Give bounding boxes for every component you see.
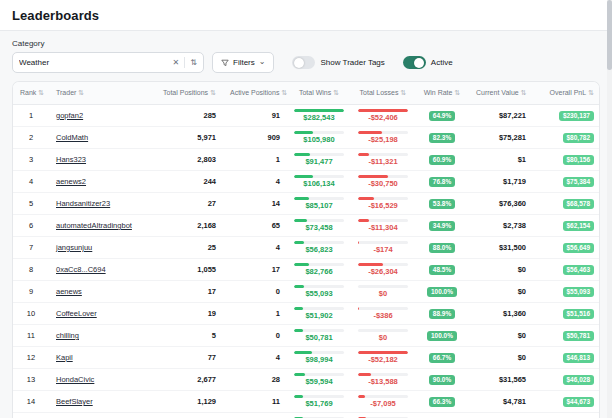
input-divider (184, 57, 185, 68)
rank-cell: 12 (13, 347, 49, 369)
overall-pnl-cell: $80,156 (533, 149, 600, 171)
trader-cell: gopfan2 (49, 105, 149, 127)
current-value-cell: $0 (469, 347, 533, 369)
rank-cell: 15 (13, 413, 49, 418)
total-losses-value: $0 (358, 289, 408, 298)
losses-bar-fill (358, 351, 408, 354)
column-header-active-positions[interactable]: Active Positions⇅ (223, 82, 287, 105)
trader-link[interactable]: gopfan2 (56, 111, 83, 120)
filter-funnel-icon (221, 59, 229, 67)
trader-link[interactable]: BeefSlayer (56, 397, 93, 406)
category-input[interactable] (19, 58, 168, 67)
trader-link[interactable]: chilling (56, 331, 79, 340)
trader-link[interactable]: HondaCivic (56, 375, 94, 384)
win-rate-badge: 64.9% (429, 111, 455, 121)
leaderboard-body: 1 gopfan2 285 91 $282,543 -$52,406 64.9%… (13, 105, 600, 418)
trader-link[interactable]: Handsanitizer23 (56, 199, 110, 208)
total-losses-cell: -$52,182 (351, 347, 415, 369)
total-wins-cell: $55,093 (287, 281, 351, 303)
column-header-trader[interactable]: Trader⇅ (49, 82, 149, 105)
trader-link[interactable]: Kapil (56, 353, 73, 362)
current-value-cell: $3,818 (469, 413, 533, 418)
filters-button-label: Filters (233, 58, 255, 67)
active-toggle[interactable] (403, 56, 426, 69)
losses-bar-fill (358, 307, 359, 310)
wins-bar (294, 241, 344, 244)
overall-pnl-cell: $56,649 (533, 237, 600, 259)
active-positions-cell: 17 (223, 259, 287, 281)
column-header-total-positions[interactable]: Total Positions⇅ (149, 82, 223, 105)
total-positions-cell: 2,677 (149, 369, 223, 391)
column-header-overall-pnl[interactable]: Overall PnL⇅ (533, 82, 600, 105)
total-wins-value: $59,594 (294, 377, 344, 386)
losses-bar (358, 263, 408, 266)
overall-pnl-badge: $46,028 (563, 375, 595, 385)
column-header-win-rate[interactable]: Win Rate⇅ (415, 82, 469, 105)
scrollbar-thumb[interactable] (607, 0, 612, 70)
overall-pnl-cell: $46,028 (533, 369, 600, 391)
win-rate-cell: 67.0% (415, 413, 469, 418)
trader-cell: aenews2 (49, 171, 149, 193)
sort-icon: ⇅ (78, 89, 84, 96)
column-header-rank[interactable]: Rank⇅ (13, 82, 49, 105)
total-losses-value: -$11,304 (358, 223, 408, 232)
category-select[interactable]: ✕ ⇅ (12, 52, 204, 73)
filters-button[interactable]: Filters ⌄ (212, 52, 274, 73)
rank-cell: 14 (13, 391, 49, 413)
win-rate-cell: 82.3% (415, 127, 469, 149)
total-losses-cell: -$174 (351, 237, 415, 259)
total-wins-value: $106,134 (294, 179, 344, 188)
column-header-total-wins[interactable]: Total Wins⇅ (287, 82, 351, 105)
losses-bar (358, 329, 408, 332)
current-value-cell: $4,781 (469, 391, 533, 413)
show-trader-tags-toggle[interactable] (292, 56, 315, 69)
total-losses-cell: $0 (351, 281, 415, 303)
current-value-cell: $0 (469, 259, 533, 281)
losses-bar-fill (358, 109, 408, 112)
total-wins-cell: $51,769 (287, 391, 351, 413)
sort-icon: ⇅ (521, 89, 527, 96)
win-rate-badge: 48.5% (429, 265, 455, 275)
table-row: 2 ColdMath 5,971 909 $105,980 -$25,198 8… (13, 127, 600, 149)
trader-link[interactable]: automatedAItradingbot (56, 221, 132, 230)
table-row: 9 aenews 17 0 $55,093 $0 100.0% $0 $55,0… (13, 281, 600, 303)
active-positions-cell: 4 (223, 171, 287, 193)
category-label: Category (12, 39, 600, 48)
select-arrows-icon[interactable]: ⇅ (190, 59, 197, 67)
total-wins-cell: $106,134 (287, 171, 351, 193)
total-losses-value: -$26,304 (358, 267, 408, 276)
active-positions-cell: 4 (223, 237, 287, 259)
losses-bar (358, 307, 408, 310)
window-scrollbar[interactable] (607, 0, 612, 418)
overall-pnl-badge: $230,137 (559, 111, 594, 121)
trader-link[interactable]: jangsunjuu (56, 243, 92, 252)
total-losses-value: -$7,095 (358, 399, 408, 408)
column-header-total-losses[interactable]: Total Losses⇅ (351, 82, 415, 105)
wins-bar (294, 395, 344, 398)
total-wins-value: $282,543 (294, 113, 344, 122)
total-wins-cell: $85,107 (287, 193, 351, 215)
total-positions-cell: 17 (149, 281, 223, 303)
column-header-current-value[interactable]: Current Value⇅ (469, 82, 533, 105)
overall-pnl-badge: $50,781 (563, 331, 595, 341)
trader-link[interactable]: CoffeeLover (56, 309, 97, 318)
losses-bar-fill (358, 197, 374, 200)
clear-icon[interactable]: ✕ (173, 59, 180, 67)
win-rate-cell: 34.9% (415, 215, 469, 237)
total-positions-cell: 2,168 (149, 215, 223, 237)
trader-link[interactable]: Hans323 (56, 155, 86, 164)
win-rate-cell: 53.8% (415, 193, 469, 215)
table-row: 11 chilling 5 0 $50,781 $0 100.0% $0 $50… (13, 325, 600, 347)
filter-controls: ✕ ⇅ Filters ⌄ Show Trader Tags Active (12, 52, 600, 73)
trader-cell: 0xaCc8...C694 (49, 259, 149, 281)
total-losses-cell: -$8,169 (351, 413, 415, 418)
trader-link[interactable]: aenews (56, 287, 82, 296)
losses-bar (358, 219, 408, 222)
trader-link[interactable]: 0xaCc8...C694 (56, 265, 106, 274)
total-losses-cell: -$13,588 (351, 369, 415, 391)
page-title: Leaderboards (12, 8, 600, 23)
total-losses-cell: -$52,406 (351, 105, 415, 127)
trader-link[interactable]: ColdMath (56, 133, 88, 142)
total-wins-cell: $59,594 (287, 369, 351, 391)
trader-link[interactable]: aenews2 (56, 177, 86, 186)
